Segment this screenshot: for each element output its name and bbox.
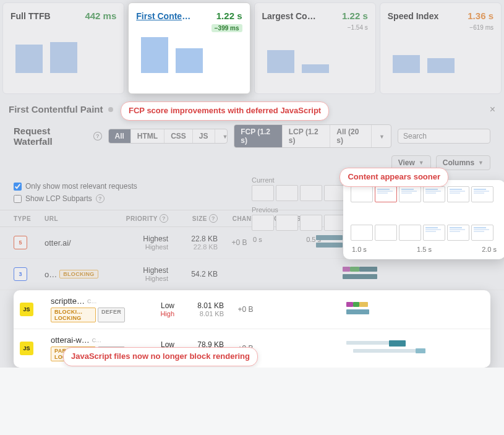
lcp-subparts-checkbox[interactable]	[14, 195, 22, 203]
metric-title: Speed Index	[388, 11, 438, 21]
css-icon: 3	[14, 267, 27, 281]
size-top: 8.01 KB	[174, 301, 224, 310]
waterfall-controls: Request Waterfall ? All HTML CSS JS ▼ FC…	[0, 119, 504, 153]
tick: 2.0 s	[482, 246, 497, 253]
metric-card-ttfb[interactable]: Full TTFB 442 ms	[2, 2, 124, 94]
html-icon: 5	[14, 236, 27, 249]
metric-title: Full TTFB	[11, 11, 51, 21]
film-thumb[interactable]	[423, 186, 445, 202]
metric-card-lcp[interactable]: Largest Cont… 1.22 s −1.54 s	[254, 2, 376, 94]
film-thumb[interactable]	[471, 225, 493, 241]
waterfall-label: Request Waterfall	[14, 126, 87, 147]
blocking-tag: BLOCKI…LOCKING	[51, 308, 96, 322]
metric-value: 1.22 s	[342, 11, 368, 21]
annotation-text: JavaScript files now no longer block ren…	[71, 351, 250, 361]
help-icon[interactable]: ?	[93, 132, 101, 140]
th-type[interactable]: TYPE	[14, 214, 45, 223]
help-icon[interactable]: ?	[160, 214, 168, 223]
url-text: scriptte…	[51, 296, 85, 306]
table-row[interactable]: JS scriptte…C… BLOCKI…LOCKINGDEFER LowHi…	[14, 290, 490, 329]
url-text: o…	[45, 270, 57, 279]
metric-filter-group: FCP (1.2 s) LCP (1.2 s) All (20 s) ▼	[234, 124, 391, 148]
annotation-text: Content appears sooner	[348, 172, 440, 181]
defer-tag: DEFER	[98, 308, 125, 322]
film-thumb[interactable]	[252, 185, 274, 201]
relevant-check-label: Only show most relevant requests	[25, 182, 137, 191]
filter-js[interactable]: JS	[193, 129, 215, 143]
metric-delta: −619 ms	[469, 24, 493, 31]
table-row[interactable]: 3 o…BLOCKING HighestHighest 54.2 KB	[0, 259, 504, 290]
section-title: First Contentful Paint	[9, 104, 103, 114]
metric-value: 1.36 s	[468, 11, 493, 21]
film-thumb[interactable]	[300, 185, 322, 201]
type-filter-group: All HTML CSS JS ▼	[108, 129, 228, 144]
search-input[interactable]	[398, 129, 490, 144]
blocking-tag: BLOCKING	[59, 270, 98, 278]
columns-button[interactable]: Columns▼	[436, 155, 490, 170]
size-top: 54.2 KB	[168, 270, 218, 278]
size-top: 22.8 KB	[168, 235, 218, 243]
lcp-subparts-label: Show LCP Subparts	[25, 194, 92, 203]
metric-cards-row: Full TTFB 442 ms First Content… 1.22 s −…	[0, 0, 504, 97]
annotation-js-no-block: JavaScript files now no longer block ren…	[63, 347, 258, 366]
film-thumb[interactable]	[447, 186, 469, 202]
url-micro: C…	[92, 337, 102, 343]
metric-delta: −1.54 s	[348, 24, 368, 31]
film-thumb[interactable]	[471, 186, 493, 202]
priority-top: Highest	[119, 235, 168, 243]
relevant-checkbox[interactable]	[14, 183, 22, 191]
filter-css[interactable]: CSS	[164, 129, 193, 143]
filter-fcp[interactable]: FCP (1.2 s)	[234, 125, 283, 147]
size-sub: 22.8 KB	[168, 243, 218, 251]
filter-all-time[interactable]: All (20 s)	[330, 125, 372, 147]
waterfall-cell	[317, 339, 482, 358]
change-value: +0 B	[218, 238, 261, 247]
filter-html[interactable]: HTML	[131, 129, 164, 143]
waterfall-cell	[317, 300, 482, 319]
priority-top: Highest	[119, 266, 168, 275]
th-priority[interactable]: PRIORITY?	[119, 214, 168, 223]
filter-more[interactable]: ▼	[215, 129, 228, 143]
metric-value: 442 ms	[85, 11, 116, 21]
film-thumb[interactable]	[399, 225, 421, 241]
js-icon: JS	[20, 342, 33, 355]
film-thumb[interactable]	[276, 185, 298, 201]
film-thumb-fcp[interactable]	[375, 186, 397, 202]
filmstrip-highlight: 1.0 s 1.5 s 2.0 s	[343, 180, 504, 259]
filter-time-more[interactable]: ▼	[372, 129, 391, 143]
url-micro: C…	[87, 298, 97, 304]
metric-value: 1.22 s	[216, 11, 242, 21]
metric-card-si[interactable]: Speed Index 1.36 s −619 ms	[380, 2, 502, 94]
tick: 1.5 s	[417, 246, 432, 253]
filter-lcp[interactable]: LCP (1.2 s)	[283, 125, 331, 147]
film-thumb[interactable]	[375, 225, 397, 241]
waterfall-cell	[310, 265, 490, 283]
help-icon[interactable]: ?	[209, 214, 218, 223]
url-text: otterai-w…	[51, 335, 90, 345]
film-thumb[interactable]	[351, 186, 373, 202]
metric-card-fcp[interactable]: First Content… 1.22 s −399 ms	[128, 2, 250, 94]
tick: 1.0 s	[352, 246, 367, 253]
status-dot-icon	[108, 107, 113, 112]
priority-top: Low	[125, 301, 174, 310]
film-thumb[interactable]	[423, 225, 445, 241]
change-value: +0 B	[224, 305, 267, 314]
metric-title: Largest Cont…	[262, 11, 320, 21]
metric-title: First Content…	[136, 11, 194, 21]
help-icon[interactable]: ?	[96, 194, 105, 203]
priority-sub: Highest	[119, 275, 168, 282]
annotation-text: FCP score improvements with deferred Jav…	[129, 106, 321, 115]
film-thumb[interactable]	[447, 225, 469, 241]
film-thumb[interactable]	[399, 186, 421, 202]
th-url[interactable]: URL	[45, 214, 119, 223]
size-sub: 8.01 KB	[174, 310, 224, 317]
js-icon: JS	[20, 303, 33, 316]
filter-all[interactable]: All	[109, 129, 131, 143]
priority-sub: High	[125, 310, 174, 317]
close-icon[interactable]: ×	[490, 104, 495, 115]
annotation-fcp-improvement: FCP score improvements with deferred Jav…	[121, 101, 329, 121]
th-size[interactable]: SIZE?	[168, 214, 218, 223]
film-thumb[interactable]	[351, 225, 373, 241]
priority-sub: Highest	[119, 243, 168, 251]
metric-delta-badge: −399 ms	[211, 24, 242, 32]
